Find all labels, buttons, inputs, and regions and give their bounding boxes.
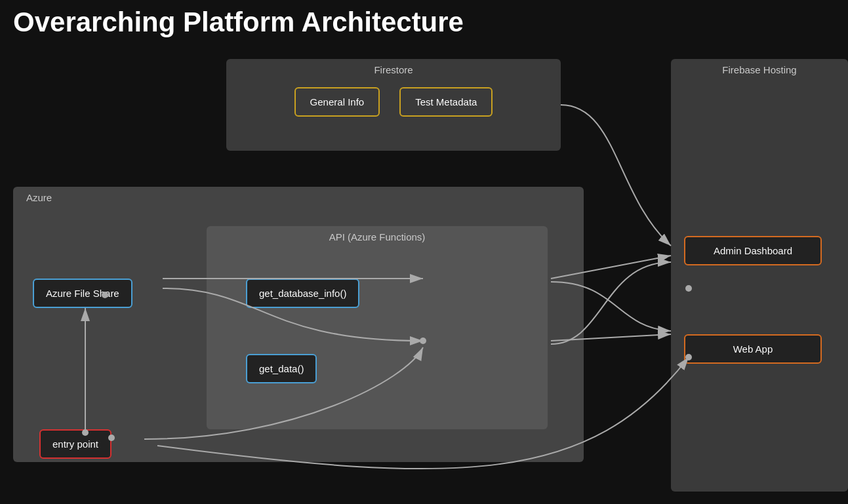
get-data-node: get_data() <box>246 354 317 383</box>
get-database-info-node: get_database_info() <box>246 279 359 308</box>
firestore-label: Firestore <box>226 59 561 75</box>
firebase-hosting-box: Firebase Hosting Admin Dashboard Web App <box>671 59 848 492</box>
general-info-node: General Info <box>294 87 380 117</box>
firestore-nodes: General Info Test Metadata <box>226 81 561 117</box>
api-label: API (Azure Functions) <box>207 226 548 242</box>
azure-box: Azure API (Azure Functions) get_database… <box>13 187 584 462</box>
api-box: API (Azure Functions) get_database_info(… <box>207 226 548 429</box>
firebase-hosting-label: Firebase Hosting <box>671 59 848 75</box>
entry-point-node: entry point <box>39 429 111 459</box>
admin-dashboard-node: Admin Dashboard <box>684 236 822 265</box>
web-app-node: Web App <box>684 334 822 364</box>
azure-file-share-node: Azure File Share <box>33 279 132 308</box>
page-title: Overarching Platform Architecture <box>13 7 464 38</box>
firestore-box: Firestore General Info Test Metadata <box>226 59 561 151</box>
test-metadata-node: Test Metadata <box>399 87 493 117</box>
diagram-container: Overarching Platform Architecture Firest… <box>0 0 848 504</box>
azure-label: Azure <box>13 187 584 203</box>
